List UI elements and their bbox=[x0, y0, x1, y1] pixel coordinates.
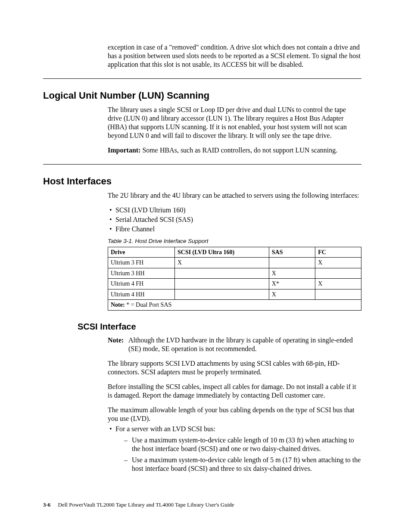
cell-fc bbox=[315, 289, 361, 300]
cell-sas bbox=[269, 258, 315, 268]
table-header-row: Drive SCSI (LVD Ultra 160) SAS FC bbox=[108, 247, 361, 258]
page-footer: 3-6 Dell PowerVault TL2000 Tape Library … bbox=[43, 501, 234, 508]
cell-drive: Ultrium 3 FH bbox=[108, 258, 175, 268]
list-item: For a server with an LVD SCSI bus: Use a… bbox=[115, 425, 361, 473]
host-interface-table: Drive SCSI (LVD Ultra 160) SAS FC Ultriu… bbox=[108, 247, 361, 311]
cell-fc: X bbox=[315, 258, 361, 268]
table-row: Ultrium 3 HH X bbox=[108, 268, 361, 279]
cell-sas: X bbox=[269, 289, 315, 300]
cell-scsi bbox=[174, 268, 269, 279]
table-note-row: Note: * = Dual Port SAS bbox=[108, 300, 361, 311]
scsi-note: Note: Although the LVD hardware in the l… bbox=[108, 336, 361, 353]
scsi-subbullet-list: Use a maximum system-to-device cable len… bbox=[125, 436, 361, 473]
scsi-paragraph-3: The maximum allowable length of your bus… bbox=[108, 406, 361, 423]
list-item: Use a maximum system-to-device cable len… bbox=[125, 456, 361, 473]
important-text: Some HBAs, such as RAID controllers, do … bbox=[140, 146, 337, 154]
heading-scsi-interface: SCSI Interface bbox=[78, 322, 361, 332]
cell-drive: Ultrium 4 HH bbox=[108, 289, 175, 300]
table-note-text: * = Dual Port SAS bbox=[125, 302, 172, 308]
list-item: Fibre Channel bbox=[115, 225, 361, 233]
th-fc: FC bbox=[315, 247, 361, 258]
heading-host-interfaces: Host Interfaces bbox=[43, 176, 361, 187]
host-interface-list: SCSI (LVD Ultrium 160) Serial Attached S… bbox=[108, 206, 361, 233]
page-number: 3-6 bbox=[43, 501, 50, 508]
cell-scsi bbox=[174, 289, 269, 300]
footer-title: Dell PowerVault TL2000 Tape Library and … bbox=[58, 501, 234, 508]
scsi-paragraph-1: The library supports SCSI LVD attachment… bbox=[108, 359, 361, 376]
cell-sas: X bbox=[269, 268, 315, 279]
cell-scsi bbox=[174, 279, 269, 289]
lun-important: Important: Some HBAs, such as RAID contr… bbox=[108, 146, 361, 155]
cell-scsi: X bbox=[174, 258, 269, 268]
list-item: Serial Attached SCSI (SAS) bbox=[115, 215, 361, 224]
list-item: Use a maximum system-to-device cable len… bbox=[125, 436, 361, 453]
cell-fc: X bbox=[315, 279, 361, 289]
cell-drive: Ultrium 4 FH bbox=[108, 279, 175, 289]
lun-paragraph: The library uses a single SCSI or Loop I… bbox=[108, 106, 361, 140]
scsi-paragraph-2: Before installing the SCSI cables, inspe… bbox=[108, 383, 361, 400]
list-item: SCSI (LVD Ultrium 160) bbox=[115, 206, 361, 215]
cell-fc bbox=[315, 268, 361, 279]
cell-drive: Ultrium 3 HH bbox=[108, 268, 175, 279]
note-label: Note: bbox=[108, 336, 128, 353]
table-caption: Table 3-1. Host Drive Interface Support bbox=[108, 238, 361, 245]
table-row: Ultrium 3 FH X X bbox=[108, 258, 361, 268]
th-scsi: SCSI (LVD Ultra 160) bbox=[174, 247, 269, 258]
host-paragraph: The 2U library and the 4U library can be… bbox=[108, 191, 361, 200]
heading-lun-scanning: Logical Unit Number (LUN) Scanning bbox=[43, 90, 361, 101]
note-text: Although the LVD hardware in the library… bbox=[128, 336, 361, 353]
table-note-label: Note: bbox=[111, 302, 125, 308]
important-label: Important: bbox=[108, 146, 140, 154]
table-row: Ultrium 4 FH X* X bbox=[108, 279, 361, 289]
cell-sas: X* bbox=[269, 279, 315, 289]
th-drive: Drive bbox=[108, 247, 175, 258]
table-row: Ultrium 4 HH X bbox=[108, 289, 361, 300]
intro-paragraph: exception in case of a "removed" conditi… bbox=[108, 43, 361, 69]
scsi-bullet-list: For a server with an LVD SCSI bus: Use a… bbox=[108, 425, 361, 473]
scsi-bullet-text: For a server with an LVD SCSI bus: bbox=[115, 425, 215, 432]
th-sas: SAS bbox=[269, 247, 315, 258]
table-note-cell: Note: * = Dual Port SAS bbox=[108, 300, 361, 311]
